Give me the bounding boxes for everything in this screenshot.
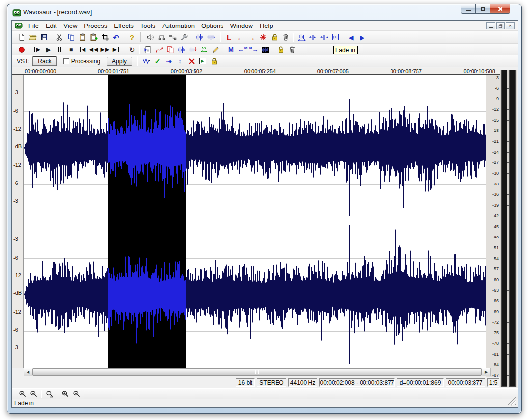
marker-button[interactable]: M <box>225 44 237 55</box>
lock-button-2[interactable] <box>275 44 286 55</box>
wrench-button[interactable] <box>178 32 190 43</box>
maximize-button[interactable] <box>475 4 490 14</box>
connector-icon-2[interactable] <box>167 32 178 43</box>
copy-new-button[interactable] <box>165 44 176 55</box>
menu-item-options[interactable]: Options <box>198 22 227 29</box>
mdi-restore-button[interactable] <box>496 22 505 29</box>
paste-mix-button[interactable] <box>88 32 99 43</box>
forward-button[interactable]: ▶▶ <box>99 44 111 55</box>
wave-tool-2[interactable] <box>205 32 217 43</box>
timeline-ruler[interactable]: 00:00:00:00000:00:01:75100:00:03:50200:0… <box>12 68 500 75</box>
stop-button[interactable]: ■ <box>65 44 77 55</box>
wave-stat-button[interactable] <box>176 44 187 55</box>
close-button[interactable] <box>490 4 510 14</box>
mdi-close-button[interactable]: × <box>506 22 515 29</box>
delete-marker-button[interactable] <box>280 32 291 43</box>
processing-checkbox[interactable] <box>63 58 69 64</box>
zoom-vert-in-button[interactable] <box>59 389 71 399</box>
menu-item-effects[interactable]: Effects <box>111 22 137 29</box>
menu-item-file[interactable]: File <box>25 22 42 29</box>
vst-vertical-button[interactable]: ↕ <box>174 56 186 67</box>
undo-button[interactable]: ↶ <box>111 32 122 43</box>
zoom-in-button[interactable] <box>17 389 28 399</box>
envelope-button[interactable] <box>153 44 165 55</box>
scroll-right-arrow[interactable]: ▶ <box>482 368 490 376</box>
black-wave-button[interactable] <box>259 44 271 55</box>
loop-button[interactable]: ↻ <box>126 44 138 55</box>
meter-tick <box>507 322 509 323</box>
vst-remove-button[interactable] <box>186 56 197 67</box>
vst-zigzag-button[interactable] <box>140 56 152 67</box>
go-start-button[interactable]: ◀ <box>77 44 88 55</box>
pause-button[interactable] <box>54 44 65 55</box>
zoom-selection-button[interactable] <box>44 389 55 399</box>
play-cursor-button[interactable]: ▶ <box>31 44 43 55</box>
menu-item-edit[interactable]: Edit <box>42 22 60 29</box>
resize-grip[interactable] <box>503 393 517 406</box>
normalize-button[interactable] <box>187 44 198 55</box>
menu-item-window[interactable]: Window <box>227 22 256 29</box>
menu-item-view[interactable]: View <box>60 22 81 29</box>
multi-wave-button[interactable] <box>198 44 210 55</box>
prev-marker-button[interactable]: ← <box>235 32 246 43</box>
waveform-view[interactable] <box>24 75 486 368</box>
selection-bounds-button[interactable] <box>330 32 341 43</box>
minimize-button[interactable] <box>461 4 475 14</box>
zoom-vert-out-button[interactable] <box>71 389 82 399</box>
menu-item-process[interactable]: Process <box>81 22 111 29</box>
doc-play-button[interactable] <box>142 44 153 55</box>
rewind-button[interactable]: ◀◀ <box>88 44 99 55</box>
mdi-minimize-button[interactable] <box>486 22 495 29</box>
marker-button-icon: M <box>228 46 234 52</box>
vst-rack-button[interactable]: Rack <box>32 57 56 66</box>
menu-item-help[interactable]: Help <box>256 22 277 29</box>
expand-selection-button[interactable] <box>318 32 330 43</box>
loop-marker-button[interactable]: L <box>223 32 235 43</box>
vst-dashed-arrow-button[interactable]: ⇢ <box>163 56 174 67</box>
save-file-icon <box>40 33 48 41</box>
normalize-button-icon <box>189 46 197 53</box>
meter-tick <box>507 354 509 355</box>
new-file[interactable] <box>16 32 27 43</box>
trash-button-2[interactable] <box>286 44 298 55</box>
help-button[interactable]: ? <box>126 32 138 43</box>
shrink-selection-button[interactable] <box>307 32 318 43</box>
zoom-out-button[interactable] <box>28 389 39 399</box>
vst-play-box-button[interactable]: ▶ <box>197 56 208 67</box>
play-sound-button[interactable] <box>144 32 156 43</box>
wave-fit-button[interactable] <box>296 32 307 43</box>
scroll-left-arrow[interactable]: ◀ <box>24 368 32 376</box>
copy-button[interactable] <box>65 32 77 43</box>
fade-in-button[interactable]: ◀ <box>345 32 357 43</box>
next-marker-button[interactable]: → <box>246 32 257 43</box>
vst-lock-button[interactable] <box>208 56 220 67</box>
zoom-out-button-icon <box>30 390 38 398</box>
menu-item-tools[interactable]: Tools <box>137 22 159 29</box>
play-button[interactable]: ▶ <box>43 44 54 55</box>
vst-check-button[interactable]: ✓ <box>152 56 163 67</box>
cut-button-icon <box>56 33 64 41</box>
crop-button[interactable] <box>99 32 111 43</box>
title-bar[interactable]: Wavosaur - [record.wav] <box>7 4 521 20</box>
fade-out-button[interactable]: ▶ <box>357 32 368 43</box>
connector-icon-1[interactable] <box>156 32 167 43</box>
save-file[interactable] <box>38 32 50 43</box>
vst-apply-button[interactable]: Apply <box>107 57 132 66</box>
horizontal-scrollbar[interactable]: ◀ ▶ <box>24 368 491 376</box>
open-file[interactable] <box>27 32 38 43</box>
pencil-button[interactable] <box>210 44 221 55</box>
cut-button[interactable] <box>54 32 65 43</box>
lock-marker-button[interactable] <box>269 32 280 43</box>
record-button[interactable] <box>16 44 27 55</box>
burst-button[interactable] <box>257 32 269 43</box>
paste-button[interactable] <box>77 32 88 43</box>
toolbar-main: ↶?L←→◀▶ <box>12 31 518 44</box>
scroll-thumb[interactable] <box>32 368 482 376</box>
wave-tool-1[interactable] <box>194 32 205 43</box>
vst-lock-button-icon <box>210 57 218 65</box>
marker-left-button[interactable]: ←M <box>237 44 248 55</box>
menu-item-automation[interactable]: Automation <box>159 22 198 29</box>
go-end-button[interactable]: ▶ <box>111 44 122 55</box>
waveform-canvas[interactable] <box>24 75 486 368</box>
marker-right-button[interactable]: M→ <box>248 44 259 55</box>
